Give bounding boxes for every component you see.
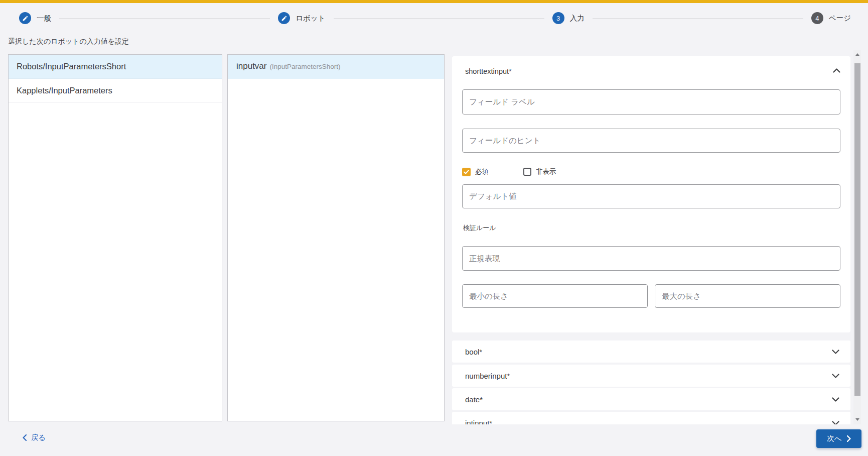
back-button-label: 戻る	[31, 433, 46, 442]
chevron-down-icon	[832, 421, 839, 425]
list-item-robot[interactable]: Kapplets/InputParameters	[9, 79, 222, 103]
step-pages-label: ページ	[829, 14, 851, 23]
field-hint-input[interactable]	[462, 129, 840, 153]
hidden-checkbox[interactable]	[523, 168, 531, 176]
triangle-up-icon	[855, 53, 859, 56]
default-value-input[interactable]	[462, 184, 840, 208]
step-robots[interactable]: ロボット	[278, 12, 325, 24]
stepper-connector	[593, 18, 803, 19]
input-settings-scroll-area: shorttextinput* 必須 非表示 検証ルール	[452, 50, 850, 424]
checkbox-row: 必須 非表示	[462, 167, 556, 176]
stepper-connector	[334, 18, 544, 19]
scroll-down-button[interactable]	[853, 415, 861, 423]
variable-name: inputvar	[236, 61, 266, 71]
section-bool-header[interactable]: bool*	[452, 340, 850, 363]
page-instruction: 選択した次のロボットの入力値を設定	[8, 37, 129, 46]
triangle-down-icon	[855, 418, 859, 421]
required-checkbox[interactable]	[462, 168, 471, 176]
step-general[interactable]: 一般	[19, 12, 51, 24]
field-label-input[interactable]	[462, 89, 840, 115]
section-date-header[interactable]: date*	[452, 388, 850, 410]
required-checkbox-label: 必須	[475, 167, 489, 176]
step-robots-label: ロボット	[296, 14, 325, 23]
list-item-robot[interactable]: Robots/InputParametersShort	[9, 55, 222, 79]
section-shorttextinput: shorttextinput* 必須 非表示 検証ルール	[452, 56, 850, 332]
hidden-checkbox-label: 非表示	[536, 167, 556, 176]
edit-icon	[278, 12, 290, 24]
section-title: intinput*	[465, 419, 492, 425]
section-numberinput-header[interactable]: numberinput*	[452, 365, 850, 387]
chevron-down-icon	[832, 397, 839, 402]
check-icon	[464, 170, 469, 174]
step-general-label: 一般	[37, 14, 51, 23]
chevron-right-icon	[847, 435, 851, 442]
step-number-badge: 3	[552, 12, 564, 24]
back-button[interactable]: 戻る	[23, 433, 46, 442]
vertical-scrollbar[interactable]	[853, 50, 861, 424]
section-title: numberinput*	[465, 372, 510, 380]
robot-list-panel: Robots/InputParametersShort Kapplets/Inp…	[8, 54, 222, 421]
chevron-down-icon	[832, 350, 839, 354]
step-input-active: 3 入力	[552, 12, 585, 24]
robot-item-label: Kapplets/InputParameters	[17, 86, 112, 95]
next-button-label: 次へ	[827, 434, 841, 443]
chevron-down-icon	[832, 374, 839, 378]
scrollbar-thumb[interactable]	[854, 63, 860, 396]
next-button[interactable]: 次へ	[816, 429, 861, 448]
chevron-left-icon	[23, 434, 27, 441]
min-length-input[interactable]	[462, 284, 648, 308]
scroll-up-button[interactable]	[853, 50, 861, 58]
section-title: shorttextinput*	[465, 67, 512, 75]
section-title: bool*	[465, 348, 482, 356]
step-input-label: 入力	[570, 14, 585, 23]
section-intinput-header[interactable]: intinput*	[452, 412, 850, 424]
step-number-badge: 4	[811, 12, 823, 24]
top-accent-bar	[0, 0, 868, 3]
variable-list-panel: inputvar (InputParametersShort)	[227, 54, 445, 421]
robot-item-label: Robots/InputParametersShort	[17, 62, 126, 71]
validation-rules-label: 検証ルール	[463, 223, 496, 233]
collapse-section-toggle[interactable]	[833, 68, 840, 73]
step-pages: 4 ページ	[811, 12, 851, 24]
section-title: date*	[465, 395, 483, 404]
variable-type: (InputParametersShort)	[269, 63, 340, 70]
wizard-stepper: 一般 ロボット 3 入力 4 ページ	[19, 11, 851, 25]
list-item-variable[interactable]: inputvar (InputParametersShort)	[228, 55, 444, 79]
max-length-input[interactable]	[655, 284, 840, 308]
edit-icon	[19, 12, 31, 24]
chevron-up-icon	[833, 68, 840, 73]
regex-input[interactable]	[462, 246, 840, 271]
stepper-connector	[59, 18, 270, 19]
